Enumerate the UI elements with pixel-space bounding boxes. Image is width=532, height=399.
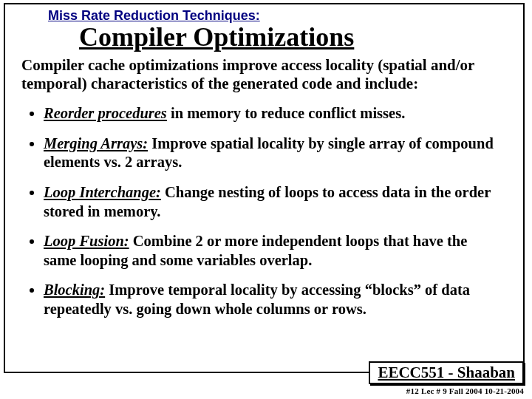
list-item: Reorder procedures in memory to reduce c… — [44, 104, 502, 123]
bullet-text: Improve temporal locality by accessing “… — [44, 282, 470, 317]
bullet-text: in memory to reduce conflict misses. — [167, 105, 405, 121]
slide-frame: Miss Rate Reduction Techniques: Compiler… — [4, 3, 525, 373]
list-item: Merging Arrays: Improve spatial locality… — [44, 134, 502, 172]
bullet-key: Loop Interchange: — [44, 184, 161, 200]
bullet-key: Loop Fusion: — [44, 233, 129, 249]
list-item: Loop Interchange: Change nesting of loop… — [44, 183, 502, 221]
course-footer: EECC551 - Shaaban — [369, 361, 524, 384]
bullet-key: Blocking: — [44, 282, 105, 298]
bullet-list: Reorder procedures in memory to reduce c… — [32, 104, 502, 319]
slide-title: Compiler Optimizations — [79, 24, 508, 52]
list-item: Loop Fusion: Combine 2 or more independe… — [44, 232, 502, 270]
bullet-key: Reorder procedures — [44, 105, 167, 121]
list-item: Blocking: Improve temporal locality by a… — [44, 281, 502, 318]
bullet-key: Merging Arrays: — [44, 135, 148, 151]
topic-label: Miss Rate Reduction Techniques: — [48, 8, 508, 24]
meta-footer: #12 Lec # 9 Fall 2004 10-21-2004 — [406, 386, 524, 395]
intro-paragraph: Compiler cache optimizations improve acc… — [21, 56, 504, 94]
